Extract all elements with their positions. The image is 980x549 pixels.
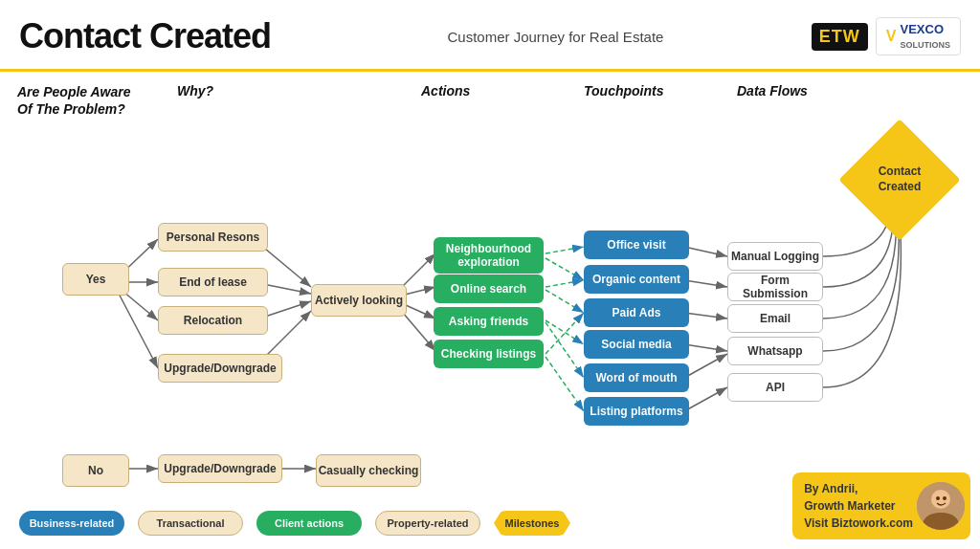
paid-ads-node: Paid Ads bbox=[584, 298, 689, 327]
svg-line-26 bbox=[684, 354, 727, 378]
upgrade-downgrade-2-node: Upgrade/Downgrade bbox=[158, 454, 282, 483]
avatar-icon bbox=[917, 482, 965, 530]
vexco-logo: V VEXCOSOLUTIONS bbox=[876, 17, 961, 55]
vexco-text: VEXCOSOLUTIONS bbox=[900, 22, 950, 51]
diagram-area: Are people awareof the problem? Why? Act… bbox=[0, 72, 980, 549]
header-logos: ETW V VEXCOSOLUTIONS bbox=[812, 17, 961, 55]
casually-checking-node: Casually checking bbox=[316, 454, 421, 487]
legend-business-related: Business-related bbox=[19, 511, 124, 536]
col-header-touchpoints: Touchpoints bbox=[584, 83, 663, 99]
whatsapp-node: Whatsapp bbox=[727, 337, 823, 365]
email-node: Email bbox=[727, 304, 823, 333]
col-header-actions: Actions bbox=[421, 83, 470, 99]
author-box: By Andrii, Growth Marketer Visit Biztowo… bbox=[792, 472, 970, 539]
col-header-data-flows: Data Flows bbox=[737, 83, 808, 99]
svg-line-14 bbox=[546, 247, 584, 253]
relocation-node: Relocation bbox=[158, 306, 268, 335]
svg-line-27 bbox=[684, 387, 727, 411]
social-media-node: Social media bbox=[584, 330, 689, 359]
author-line2: Growth Marketer bbox=[804, 497, 913, 515]
manual-logging-node: Manual Logging bbox=[727, 242, 823, 271]
word-of-mouth-node: Word of mouth bbox=[584, 363, 689, 392]
svg-line-25 bbox=[684, 344, 727, 351]
listing-platforms-node: Listing platforms bbox=[584, 397, 689, 426]
svg-line-22 bbox=[684, 247, 727, 256]
svg-line-16 bbox=[546, 280, 584, 287]
organic-content-node: Organic content bbox=[584, 265, 689, 294]
svg-line-23 bbox=[684, 280, 727, 287]
vexco-sub: SOLUTIONS bbox=[900, 40, 950, 50]
form-submission-node: Form Submission bbox=[727, 273, 823, 301]
neighbourhood-node: Neighbourhoodexploration bbox=[434, 237, 544, 274]
svg-line-5 bbox=[118, 292, 158, 368]
svg-line-19 bbox=[546, 322, 584, 378]
svg-point-33 bbox=[943, 496, 947, 500]
col-header-awareness: Are people awareof the problem? bbox=[17, 83, 170, 118]
contact-created-diamond: Contact Created bbox=[838, 119, 960, 240]
checking-listings-node: Checking listings bbox=[434, 340, 544, 368]
legend-milestones: Milestones bbox=[494, 511, 570, 536]
author-line3: Visit Biztowork.com bbox=[804, 515, 913, 532]
upgrade-downgrade-1-node: Upgrade/Downgrade bbox=[158, 354, 282, 383]
svg-line-15 bbox=[546, 258, 584, 280]
actively-looking-node: Actively looking bbox=[311, 284, 407, 317]
svg-line-24 bbox=[684, 313, 727, 318]
col-header-why: Why? bbox=[177, 83, 213, 99]
asking-friends-node: Asking friends bbox=[434, 307, 544, 336]
contact-created-label: Contact Created bbox=[857, 137, 943, 223]
personal-resons-node: Personal Resons bbox=[158, 223, 268, 252]
online-search-node: Online search bbox=[434, 274, 544, 303]
vexco-v-icon: V bbox=[886, 28, 897, 45]
legend-property-related: Property-related bbox=[375, 511, 480, 536]
legend-transactional: Transactional bbox=[138, 511, 243, 536]
end-of-lease-node: End of lease bbox=[158, 268, 268, 296]
svg-line-21 bbox=[546, 357, 584, 411]
svg-line-18 bbox=[546, 320, 584, 344]
page-title: Contact Created bbox=[19, 16, 271, 56]
svg-point-31 bbox=[931, 490, 950, 509]
office-visit-node: Office visit bbox=[584, 231, 689, 259]
header-subtitle: Customer Journey for Real Estate bbox=[300, 29, 812, 45]
legend-client-actions: Client actions bbox=[256, 511, 362, 536]
header: Contact Created Customer Journey for Rea… bbox=[0, 0, 980, 72]
author-avatar bbox=[917, 482, 965, 530]
no-node: No bbox=[62, 454, 129, 487]
yes-node: Yes bbox=[62, 263, 129, 296]
api-node: API bbox=[727, 373, 823, 402]
svg-point-32 bbox=[936, 496, 940, 500]
etw-logo: ETW bbox=[812, 23, 868, 51]
svg-line-20 bbox=[546, 313, 584, 354]
author-line1: By Andrii, bbox=[804, 480, 913, 497]
svg-line-17 bbox=[546, 290, 584, 313]
legend: Business-related Transactional Client ac… bbox=[19, 511, 570, 536]
